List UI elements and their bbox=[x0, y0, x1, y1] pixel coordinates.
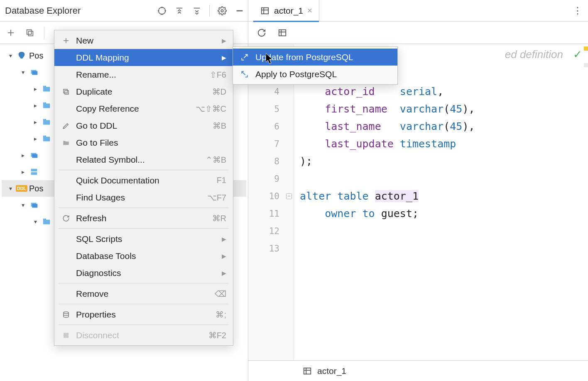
menu-shortcut: F1 bbox=[217, 176, 226, 185]
submenu-arrow-icon: ▶ bbox=[222, 253, 226, 259]
menu-shortcut: ⌘D bbox=[212, 87, 226, 97]
menu-item[interactable]: Related Symbol... ⌃⌘B bbox=[54, 151, 233, 168]
menu-shortcut: ⌥⇧⌘C bbox=[196, 104, 226, 114]
line-gutter: 3−45678910−111213 bbox=[248, 44, 294, 360]
menu-item-icon bbox=[61, 215, 71, 222]
table-icon bbox=[260, 6, 270, 16]
submenu-arrow-icon: ▶ bbox=[222, 37, 226, 44]
menu-shortcut: ⌫ bbox=[215, 289, 226, 299]
menu-shortcut: ⌘F2 bbox=[208, 330, 226, 340]
menu-item[interactable]: SQL Scripts ▶ bbox=[54, 230, 233, 247]
panel-title: Database Explorer bbox=[3, 5, 157, 16]
submenu-arrow-icon: ▶ bbox=[222, 236, 226, 242]
menu-item-label: Database Tools bbox=[76, 251, 213, 261]
status-label: actor_1 bbox=[317, 366, 346, 376]
menu-item-icon bbox=[61, 333, 71, 338]
submenu-item-label: Update from PostgreSQL bbox=[255, 52, 353, 62]
svg-rect-21 bbox=[43, 103, 46, 104]
menu-item-label: DDL Mapping bbox=[76, 53, 213, 63]
tree-node-icon bbox=[29, 200, 39, 210]
svg-line-46 bbox=[244, 54, 247, 58]
menu-item[interactable]: Find Usages ⌥F7 bbox=[54, 189, 233, 206]
svg-rect-25 bbox=[43, 136, 46, 137]
expand-all-icon[interactable] bbox=[174, 6, 184, 16]
menu-item-label: Refresh bbox=[76, 213, 207, 223]
collapse-all-icon[interactable] bbox=[192, 6, 202, 16]
menu-item-label: SQL Scripts bbox=[76, 234, 213, 244]
menu-item[interactable]: Copy Reference ⌥⇧⌘C bbox=[54, 100, 233, 117]
menu-item-label: Go to Files bbox=[76, 138, 226, 148]
refresh-icon[interactable] bbox=[257, 28, 267, 38]
tree-node-icon bbox=[42, 117, 51, 127]
submenu-item[interactable]: Update from PostgreSQL bbox=[233, 49, 397, 66]
minimize-icon[interactable] bbox=[235, 6, 245, 16]
svg-line-47 bbox=[242, 71, 245, 75]
svg-rect-22 bbox=[43, 120, 50, 125]
menu-item-icon bbox=[61, 311, 71, 318]
svg-point-44 bbox=[64, 312, 69, 314]
more-tabs-icon[interactable]: ⋮ bbox=[573, 5, 582, 16]
table-view-icon[interactable] bbox=[277, 28, 287, 38]
chevron-icon: ▾ bbox=[19, 202, 27, 208]
tree-node-icon bbox=[29, 150, 39, 160]
code-editor[interactable]: tor_1( actor_id serial, first_name varch… bbox=[294, 44, 588, 360]
menu-item[interactable]: Properties ⌘; bbox=[54, 306, 233, 323]
menu-item[interactable]: Rename... ⇧F6 bbox=[54, 66, 233, 83]
svg-rect-28 bbox=[31, 169, 37, 171]
menu-item[interactable]: Diagnostics ▶ bbox=[54, 264, 233, 281]
submenu-item-icon bbox=[240, 53, 250, 61]
close-tab-icon[interactable]: × bbox=[307, 6, 312, 15]
menu-item-label: Copy Reference bbox=[76, 104, 191, 114]
menu-item-icon bbox=[61, 88, 71, 95]
table-icon bbox=[302, 366, 312, 376]
menu-item[interactable]: Go to DDL ⌘B bbox=[54, 117, 233, 134]
svg-rect-43 bbox=[64, 89, 67, 93]
svg-rect-18 bbox=[43, 87, 50, 91]
menu-item-label: Quick Documentation bbox=[76, 176, 212, 186]
svg-rect-14 bbox=[28, 31, 33, 36]
chevron-icon: ▾ bbox=[19, 69, 27, 76]
submenu-arrow-icon: ▶ bbox=[222, 270, 226, 276]
duplicate-icon[interactable] bbox=[25, 28, 35, 38]
menu-item[interactable]: New ▶ bbox=[54, 32, 233, 49]
submenu-item[interactable]: Apply to PostgreSQL bbox=[233, 66, 397, 83]
menu-shortcut: ⌥F7 bbox=[207, 193, 226, 203]
menu-shortcut: ⌘R bbox=[212, 213, 226, 223]
menu-item-label: New bbox=[76, 36, 213, 46]
tree-label: Pos bbox=[29, 51, 43, 61]
svg-rect-29 bbox=[31, 172, 37, 175]
svg-rect-23 bbox=[43, 119, 46, 121]
tree-node-icon bbox=[42, 134, 51, 144]
add-icon[interactable] bbox=[6, 28, 16, 38]
target-icon[interactable] bbox=[157, 6, 167, 16]
svg-rect-34 bbox=[279, 29, 286, 36]
svg-rect-9 bbox=[262, 7, 269, 14]
menu-item[interactable]: Remove ⌫ bbox=[54, 285, 233, 302]
context-menu[interactable]: New ▶ DDL Mapping ▶ Rename... ⇧F6 Duplic… bbox=[54, 30, 233, 346]
svg-rect-15 bbox=[27, 29, 32, 34]
chevron-icon: ▾ bbox=[32, 218, 39, 225]
menu-item[interactable]: Database Tools ▶ bbox=[54, 247, 233, 264]
gear-icon[interactable] bbox=[217, 6, 227, 16]
menu-item[interactable]: Quick Documentation F1 bbox=[54, 172, 233, 189]
svg-rect-19 bbox=[43, 86, 46, 88]
menu-item[interactable]: DDL Mapping ▶ bbox=[54, 49, 233, 66]
menu-item[interactable]: Go to Files bbox=[54, 134, 233, 151]
menu-item-label: Related Symbol... bbox=[76, 155, 201, 165]
chevron-icon: ▸ bbox=[32, 102, 39, 109]
svg-rect-31 bbox=[32, 204, 37, 208]
svg-point-7 bbox=[221, 10, 223, 12]
tree-node-icon bbox=[17, 51, 27, 61]
svg-rect-32 bbox=[43, 220, 50, 224]
menu-item: Disconnect ⌘F2 bbox=[54, 327, 233, 344]
svg-rect-33 bbox=[43, 219, 46, 220]
menu-shortcut: ⇧F6 bbox=[210, 70, 226, 80]
menu-item-label: Rename... bbox=[76, 70, 205, 80]
ddl-mapping-submenu[interactable]: Update from PostgreSQL Apply to PostgreS… bbox=[233, 46, 398, 85]
chevron-icon: ▸ bbox=[32, 85, 39, 92]
menu-item-label: Go to DDL bbox=[76, 121, 208, 131]
tree-node-icon bbox=[42, 100, 51, 110]
menu-item[interactable]: Refresh ⌘R bbox=[54, 210, 233, 227]
menu-item[interactable]: Duplicate ⌘D bbox=[54, 83, 233, 100]
editor-tab[interactable]: actor_1 × bbox=[253, 0, 319, 22]
